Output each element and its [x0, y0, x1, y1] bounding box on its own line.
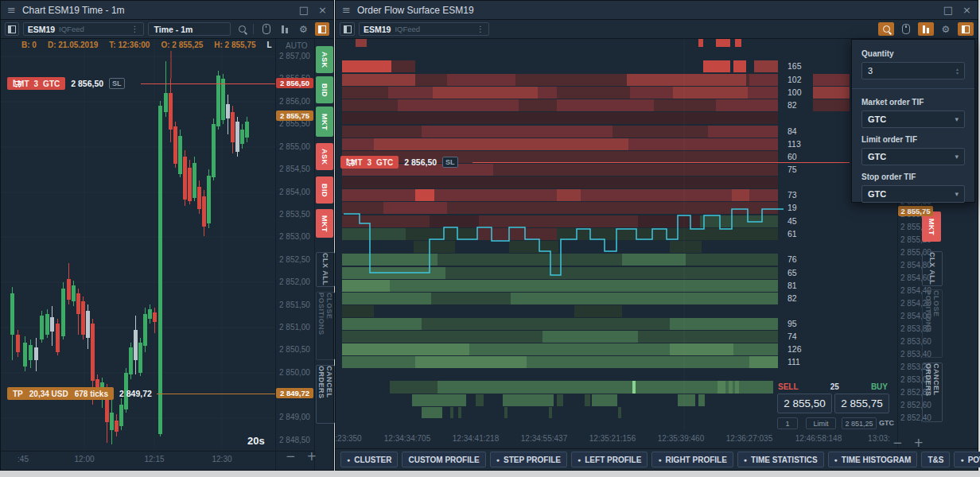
info-open: O: 2 855,25 — [161, 41, 203, 49]
chart-trading-icon[interactable] — [918, 22, 934, 36]
order-settings-popup: Quantity 3 ▴ ▾ Market order TIF GTC ▾ Li… — [851, 39, 975, 203]
order-price: 2 856,50 — [71, 79, 103, 88]
action-button-close-positions[interactable]: CLOSE POSITIONS — [316, 292, 335, 360]
tp-price: 2 849,72 — [119, 389, 152, 398]
quantity-label: Quantity — [861, 49, 965, 58]
gear-icon[interactable]: ⚙ — [938, 22, 954, 36]
aggregation-selector[interactable]: Time - 1m — [148, 22, 231, 36]
tp-price-badge: 2 849,72 — [276, 388, 313, 398]
symbol-selector[interactable]: ESM19 IQFeed ⋮ — [23, 22, 144, 36]
limit-order-label[interactable]: LMT 3 GTC 2 856,50 SL — [340, 156, 458, 169]
indicator-dot-icon: ● — [960, 457, 963, 463]
trade-button-mkt-sell[interactable]: MKT — [316, 209, 333, 238]
quantity-input[interactable]: 3 ▴ ▾ — [861, 62, 965, 80]
sell-price-button[interactable]: 2 855,50 — [777, 394, 832, 413]
indicator-button-right-profile[interactable]: ●RIGHT PROFILE — [651, 452, 733, 467]
spinner-down-icon[interactable]: ▾ — [956, 71, 959, 75]
account-panel-icon[interactable] — [958, 22, 974, 36]
axis-separator — [275, 38, 276, 470]
limit-order-line[interactable] — [472, 162, 850, 163]
indicator-button-left-profile[interactable]: ●LEFT PROFILE — [571, 452, 648, 467]
symbol-label: ESM19 — [364, 25, 391, 34]
tif-field[interactable]: GTC — [879, 419, 894, 427]
limit-tif-select[interactable]: GTC ▾ — [861, 148, 965, 165]
market-tif-select[interactable]: GTC ▾ — [861, 111, 965, 128]
quantity-field[interactable]: 1 — [777, 417, 798, 429]
chart-trading-icon[interactable] — [278, 22, 292, 36]
indicator-button-time-histogram[interactable]: ●TIME HISTOGRAM — [828, 452, 918, 467]
tp-tag: TP — [13, 390, 23, 398]
order-tif: GTC — [376, 158, 393, 167]
panel-toggle-icon[interactable] — [340, 22, 355, 36]
axis-auto-label[interactable]: AUTO — [286, 41, 308, 50]
sl-button[interactable]: SL — [442, 157, 458, 168]
limit-order-line[interactable] — [141, 83, 275, 84]
chevron-down-icon: ▾ — [955, 153, 959, 161]
widget-quantity: 25 — [799, 382, 871, 391]
limit-order-badge[interactable]: LMT 3 GTC — [340, 156, 399, 169]
order-qty: 3 — [34, 80, 39, 88]
indicator-button-custom-profile[interactable]: CUSTOM PROFILE — [402, 452, 485, 467]
indicator-button-label: CUSTOM PROFILE — [408, 456, 479, 464]
trade-button-ask-sell[interactable]: ASK — [316, 143, 333, 170]
symbol-label: ESM19 — [28, 25, 55, 34]
indicator-button-label: T&S — [928, 456, 943, 464]
sl-button[interactable]: SL — [109, 78, 125, 89]
stop-price-field[interactable]: 2 851,25 — [842, 417, 877, 429]
indicator-button-label: STEP PROFILE — [504, 456, 561, 464]
feed-label: IQFeed — [59, 25, 127, 33]
cart-icon — [346, 158, 355, 167]
action-button-clx-all[interactable]: CLX ALL — [316, 252, 335, 287]
limit-order-label[interactable]: LMT 3 GTC 2 856,50 SL — [7, 77, 125, 90]
panel-toggle-icon[interactable] — [5, 22, 19, 36]
take-profit-line[interactable] — [157, 394, 275, 394]
trade-button-mkt-buy[interactable]: MKT — [316, 107, 333, 137]
symbol-selector[interactable]: ESM19 IQFeed ⋮ — [359, 22, 489, 36]
indicator-dot-icon: ● — [658, 457, 661, 463]
trade-button-bid-sell[interactable]: BID — [316, 176, 333, 204]
limit-tif-label: Limit order TIF — [861, 135, 965, 144]
kebab-icon[interactable]: ⋮ — [476, 25, 484, 33]
chevron-down-icon: ▾ — [955, 115, 959, 123]
order-flow-toolbar: ESM19 IQFeed ⋮ ⚙ — [336, 20, 978, 39]
quantity-value: 3 — [868, 66, 956, 76]
buy-price-button[interactable]: 2 855,75 — [834, 394, 889, 413]
limit-order-badge[interactable]: LMT 3 GTC — [7, 77, 65, 90]
order-price-badge: 2 856,50 — [276, 78, 313, 88]
info-high: H: 2 855,75 — [214, 41, 255, 49]
indicator-toolbar: ●CLUSTERCUSTOM PROFILE●STEP PROFILE●LEFT… — [336, 448, 978, 470]
zoom-out-button[interactable]: − — [286, 449, 296, 463]
mouse-mode-icon[interactable] — [898, 22, 914, 36]
action-button-cancel-orders[interactable]: CANCEL ORDERS — [922, 363, 943, 422]
account-panel-icon[interactable] — [315, 22, 329, 36]
indicator-button-t-s[interactable]: T&S — [921, 452, 950, 467]
stop-tif-select[interactable]: GTC ▾ — [861, 185, 965, 203]
action-button-clx-all[interactable]: CLX ALL — [922, 251, 943, 286]
buy-label: BUY — [871, 382, 888, 391]
limit-tif-value: GTC — [868, 152, 955, 161]
take-profit-label[interactable]: TP 20,34 USD 678 ticks 2 849,72 — [7, 387, 152, 400]
take-profit-badge[interactable]: TP 20,34 USD 678 ticks — [7, 387, 114, 400]
mouse-mode-icon[interactable] — [259, 22, 273, 36]
zoom-icon[interactable] — [235, 22, 249, 36]
order-type-field[interactable]: Limit — [806, 417, 836, 429]
info-date: D: 21.05.2019 — [48, 41, 98, 49]
action-button-cancel-orders[interactable]: CANCEL ORDERS — [316, 365, 335, 424]
indicator-button-cluster[interactable]: ●CLUSTER — [340, 452, 398, 467]
kebab-icon[interactable]: ⋮ — [131, 25, 139, 33]
order-flow-window: ≡ Order Flow Surface ESM19 □ × ESM19 IQF… — [335, 0, 978, 471]
indicator-button-step-profile[interactable]: ●STEP PROFILE — [490, 452, 567, 467]
bar-countdown: 20s — [247, 435, 265, 447]
chart-window: ≡ Chart ESM19 Time - 1m □ × ESM19 IQFeed… — [0, 0, 334, 471]
ohlc-info-bar: B: 0 D: 21.05.2019 T: 12:36:00 O: 2 855,… — [21, 41, 272, 49]
zoom-icon[interactable] — [878, 22, 894, 36]
indicator-button-power-trades[interactable]: ●POWER TRADES — [954, 452, 980, 467]
trade-button-bid-buy[interactable]: BID — [316, 76, 333, 103]
trade-button-ask-buy[interactable]: ASK — [316, 46, 333, 73]
action-button-close-positions[interactable]: CLOSE POSITIONS — [922, 289, 943, 358]
indicator-dot-icon: ● — [496, 457, 500, 463]
stop-tif-value: GTC — [868, 189, 955, 199]
zoom-in-button[interactable]: + — [307, 449, 317, 463]
indicator-button-time-statistics[interactable]: ●TIME STATISTICS — [737, 452, 824, 467]
gear-icon[interactable]: ⚙ — [296, 22, 310, 36]
